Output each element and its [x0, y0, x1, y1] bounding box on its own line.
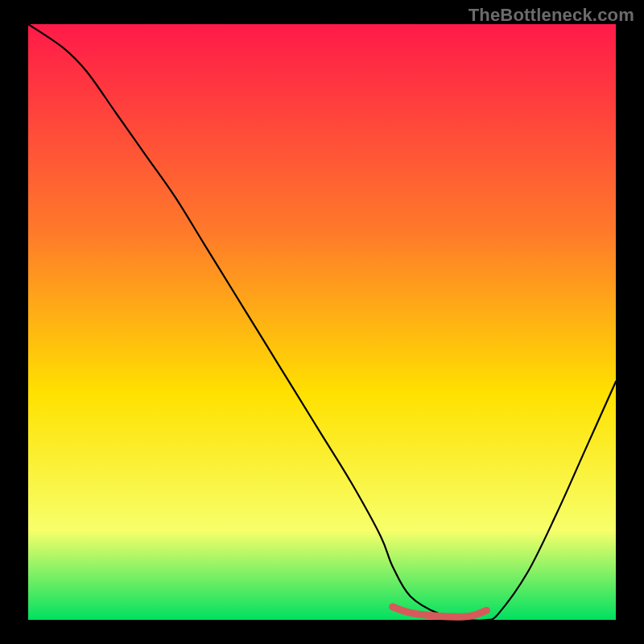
bottleneck-chart: TheBottleneck.com — [0, 0, 644, 644]
watermark-text: TheBottleneck.com — [469, 5, 634, 26]
chart-svg — [0, 0, 644, 644]
